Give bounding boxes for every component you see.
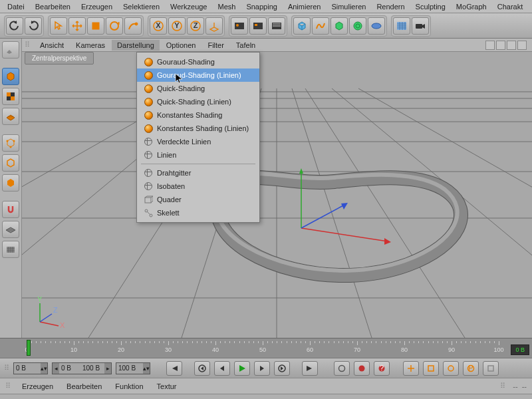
render-pv-button[interactable] <box>249 17 267 35</box>
spline-button[interactable] <box>312 17 329 35</box>
timeline-track[interactable]: 0102030405060708090100 <box>27 341 499 354</box>
svg-line-42 <box>292 88 372 338</box>
menu-animate[interactable]: Animieren <box>283 1 326 12</box>
frame-start-field[interactable]: ▴▾ <box>13 362 48 374</box>
locked-wp-button[interactable] <box>2 241 19 258</box>
key-pla-button[interactable] <box>483 361 499 376</box>
timeline[interactable]: 0102030405060708090100 0 B <box>0 338 532 358</box>
menu-mograph[interactable]: MoGraph <box>452 1 491 12</box>
record-key-button[interactable] <box>334 361 350 376</box>
key-rot-button[interactable] <box>443 361 459 376</box>
dd-skeleton[interactable]: Skelett <box>137 206 259 219</box>
camera-button[interactable] <box>412 17 429 35</box>
floor-button[interactable] <box>393 17 410 35</box>
key-pos-button[interactable] <box>403 361 419 376</box>
frame-start-input[interactable] <box>14 363 41 374</box>
dd-gouraud[interactable]: Gouraud-Shading <box>137 55 259 68</box>
preview-range-field[interactable]: ◂▸ <box>52 362 112 374</box>
texture-mode-button[interactable] <box>2 88 19 105</box>
dd-isoparms[interactable]: Isobaten <box>137 180 259 193</box>
dd-hidden-lines[interactable]: Verdeckte Linien <box>137 135 259 148</box>
prev-frame-button[interactable] <box>214 361 230 376</box>
goto-start-button[interactable] <box>166 361 182 376</box>
editable-toggle[interactable] <box>2 41 19 59</box>
view-menu-ansicht[interactable]: Ansicht <box>35 40 69 51</box>
menu-select[interactable]: Selektieren <box>118 1 164 12</box>
menu-file[interactable]: Datei <box>3 1 29 12</box>
frame-end-input[interactable] <box>116 363 143 374</box>
prev-key-button[interactable] <box>194 361 210 376</box>
menu-create[interactable]: Erzeugen <box>76 1 117 12</box>
view-menu-optionen[interactable]: Optionen <box>161 40 201 51</box>
lasttool-button[interactable] <box>124 17 142 35</box>
goto-end-button[interactable] <box>302 361 318 376</box>
dd-quick[interactable]: Quick-Shading <box>137 82 259 95</box>
menu-render[interactable]: Rendern <box>372 1 409 12</box>
vp-toggle-icon[interactable] <box>517 41 527 50</box>
snap-toggle-button[interactable] <box>2 201 19 218</box>
bm-edit[interactable]: Bearbeiten <box>61 381 107 392</box>
undo-button[interactable] <box>6 17 23 35</box>
workplane-mode-button[interactable] <box>2 108 19 125</box>
dd-quick-lines[interactable]: Quick-Shading (Linien) <box>137 95 259 108</box>
point-mode-button[interactable] <box>2 134 19 152</box>
rotate-tool-button[interactable] <box>106 17 123 35</box>
axis-z-button[interactable]: Z <box>187 17 204 35</box>
menu-tools[interactable]: Werkzeuge <box>166 1 211 12</box>
keyframe-sel-button[interactable]: ? <box>374 361 390 376</box>
sphere-icon <box>144 124 153 133</box>
environment-button[interactable] <box>368 17 385 35</box>
timeline-playhead[interactable] <box>27 340 31 356</box>
select-tool-button[interactable] <box>50 17 67 35</box>
redo-button[interactable] <box>25 17 42 35</box>
model-mode-button[interactable] <box>2 68 19 85</box>
viewport-3d[interactable]: Y X Z <box>22 52 532 338</box>
next-frame-button[interactable] <box>254 361 270 376</box>
play-button[interactable] <box>234 361 250 376</box>
vp-orbit-icon[interactable] <box>507 41 516 50</box>
workplane-button[interactable] <box>2 221 19 238</box>
view-menu-kameras[interactable]: Kameras <box>70 40 110 51</box>
menu-character[interactable]: Charakt <box>493 1 528 12</box>
range-start-input[interactable] <box>59 363 80 374</box>
dd-gouraud-lines[interactable]: Gouraud-Shading (Linien) <box>137 68 259 82</box>
range-end-input[interactable] <box>80 363 104 374</box>
key-param-button[interactable]: P <box>463 361 479 376</box>
viewport-tab[interactable]: Zentralperspektive <box>25 52 94 65</box>
render-view-button[interactable] <box>231 17 248 35</box>
deformer-button[interactable] <box>349 17 366 35</box>
primitive-cube-button[interactable] <box>293 17 311 35</box>
menu-simulate[interactable]: Simulieren <box>327 1 370 12</box>
generator-button[interactable] <box>331 17 348 35</box>
render-settings-button[interactable] <box>268 17 285 35</box>
autokey-button[interactable] <box>354 361 370 376</box>
dd-constant[interactable]: Konstantes Shading <box>137 108 259 122</box>
bm-function[interactable]: Funktion <box>110 381 148 392</box>
menu-mesh[interactable]: Mesh <box>213 1 240 12</box>
next-key-button[interactable] <box>274 361 290 376</box>
edge-mode-button[interactable] <box>2 154 19 172</box>
vp-pan-icon[interactable] <box>485 41 495 50</box>
poly-mode-button[interactable] <box>2 174 19 192</box>
axis-x-button[interactable]: X <box>150 17 167 35</box>
frame-end-field[interactable]: ▴▾ <box>116 362 150 374</box>
vp-zoom-icon[interactable] <box>496 41 505 50</box>
menu-sculpting[interactable]: Sculpting <box>411 1 450 12</box>
bm-texture[interactable]: Textur <box>152 381 182 392</box>
view-menu-tafeln[interactable]: Tafeln <box>231 40 261 51</box>
view-menu-darstellung[interactable]: Darstellung <box>112 40 160 51</box>
move-tool-button[interactable] <box>68 17 86 35</box>
grip-icon: ⠿ <box>4 364 9 372</box>
scale-tool-button[interactable] <box>87 17 104 35</box>
axis-y-button[interactable]: Y <box>168 17 186 35</box>
view-menu-filter[interactable]: Filter <box>202 40 229 51</box>
coord-system-button[interactable] <box>205 17 223 35</box>
menu-edit[interactable]: Bearbeiten <box>31 1 75 12</box>
dd-box[interactable]: Quader <box>137 193 259 206</box>
dd-lines[interactable]: Linien <box>137 148 259 162</box>
bm-create[interactable]: Erzeugen <box>17 381 59 392</box>
dd-wireframe[interactable]: Drahtgitter <box>137 166 259 180</box>
menu-snapping[interactable]: Snapping <box>241 1 282 12</box>
key-scale-button[interactable] <box>423 361 439 376</box>
dd-constant-lines[interactable]: Konstantes Shading (Linien) <box>137 122 259 135</box>
